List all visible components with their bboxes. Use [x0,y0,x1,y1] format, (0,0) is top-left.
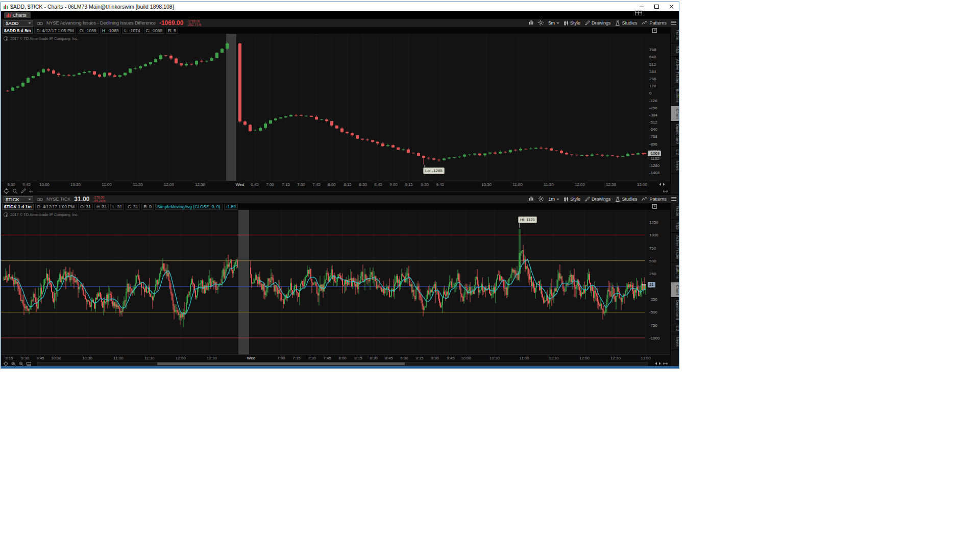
gadget-tab-active-trader[interactable]: Active Trader [671,233,679,263]
maximize-chart-icon[interactable] [652,28,657,33]
gadget-tab-trade[interactable]: Trade [671,27,679,43]
tab-charts[interactable]: Charts [4,12,31,18]
time-axis-label: 11:00 [113,356,123,360]
svg-text:250: 250 [649,272,656,276]
chevron-down-icon [28,199,31,200]
study-label[interactable]: SimpleMovingAvg (CLOSE, 9, 0) [155,204,223,210]
copyright-notice: 2017 © TD Ameritrade IP Company, Inc. [4,36,79,41]
chart-grid-icon[interactable] [528,196,533,202]
crosshair-icon[interactable] [4,361,8,366]
pencil-icon[interactable] [21,188,26,193]
chart-bottom-toolbar [1,187,670,195]
time-axis-label: 13:00 [637,182,647,187]
minimize-icon [640,7,644,7]
gadget-tab-trade[interactable]: Trade [671,203,679,220]
time-axis-label: 7:45 [312,182,321,187]
gadget-tab-l-2[interactable]: L 2 [671,323,679,334]
symbol-description: NYSE TICK [46,197,70,202]
crosshair-icon[interactable] [4,188,9,194]
timeframe-button[interactable]: 1m [548,197,559,202]
gadget-tab-t-s[interactable]: T&S [671,43,679,57]
maximize-chart-icon[interactable] [652,204,657,209]
symbol-input[interactable]: $ADD [4,20,33,27]
drawings-button[interactable]: Drawings [585,20,611,26]
scroll-right-button[interactable] [659,362,661,365]
gadget-tab-dashboard[interactable]: Dashboard [671,122,679,147]
zoom-in-icon[interactable] [11,361,16,366]
scrollbar-thumb[interactable] [157,362,405,365]
studies-button[interactable]: Studies [615,20,637,26]
symbol-input[interactable]: $TICK [4,196,33,203]
svg-text:-896: -896 [649,142,658,147]
time-axis-label: 9:30 [431,356,439,360]
link-icon[interactable] [37,195,43,204]
timeframe-value: 5m [548,20,555,26]
gadget-tab-dashboard[interactable]: Dashboard [671,298,679,323]
style-button[interactable]: Style [564,20,580,26]
gadget-tab-buttons[interactable]: Buttons [671,86,679,106]
svg-text:-750: -750 [649,323,658,328]
gadget-sidebar: TradeT&SActive TraderButtonsChartDashboa… [670,203,679,366]
gadget-tab-l-2[interactable]: L 2 [671,147,679,158]
price-chart[interactable]: 7686405123842561280-128-256-384-512-640-… [1,34,670,181]
gear-icon[interactable] [538,196,544,203]
pan-horizontal-icon[interactable] [663,189,668,193]
style-button[interactable]: Style [564,197,580,202]
gear-icon[interactable] [538,20,544,27]
chart-grid-icon[interactable] [528,20,533,26]
gadget-tab-t-s[interactable]: T&S [671,220,679,233]
scroll-left-button[interactable] [655,362,657,365]
chart-icon [7,13,11,17]
ohlc-close: C: -1069 [144,28,165,34]
price-change: -179.00 -85.24% [93,196,105,203]
time-axis-label: 12:30 [606,182,616,187]
patterns-button[interactable]: Patterns [642,197,667,202]
time-axis-label: 9:30 [421,182,429,187]
svg-text:750: 750 [649,246,656,251]
info-icon [4,212,8,217]
ohlc-datetime: D: 4/12/17 1:09 PM [35,204,77,210]
gadget-tab-buttons[interactable]: Buttons [671,262,679,282]
time-axis-label: Wed [247,356,255,360]
chart-panel-add: $ADD NYSE Advancing Issues - Declining I… [1,18,679,195]
pan-horizontal-icon[interactable] [663,362,668,366]
time-axis-label: 8:45 [374,182,382,187]
layout-grid-icon[interactable] [635,8,642,17]
panel-menu-icon[interactable] [671,20,676,26]
add-drawing-icon[interactable] [29,189,33,193]
panel-menu-icon[interactable] [671,197,676,202]
scroll-right-button[interactable] [663,183,665,186]
time-axis-label: 9:45 [436,182,444,187]
svg-text:768: 768 [649,47,656,52]
horizontal-scrollbar[interactable] [37,362,648,366]
gadget-tab-news[interactable]: News [671,334,679,350]
drawings-button[interactable]: Drawings [585,197,611,202]
ohlc-range: R: 0 [141,204,154,210]
link-icon[interactable] [37,18,43,28]
time-axis-label: 7:00 [266,182,274,187]
app-icon [4,4,8,9]
high-marker: Hi: 1121 [518,216,537,223]
gadget-tab-chart[interactable]: Chart [671,106,679,122]
reset-zoom-icon[interactable] [27,361,31,366]
ohlc-low: L: 31 [110,204,124,210]
time-axis-label: 9:45 [36,356,44,360]
maximize-button[interactable] [649,2,664,11]
timeframe-button[interactable]: 5m [548,20,559,26]
time-axis-label: 9:00 [389,182,398,187]
zoom-out-icon[interactable] [19,361,23,366]
studies-button[interactable]: Studies [615,197,637,202]
chart-bottom-toolbar [1,361,670,366]
gadget-tab-news[interactable]: News [671,158,679,174]
chart-panel-tick: $TICK NYSE TICK 31.00 -179.00 -85.24% [1,195,679,366]
time-axis-label: 8:00 [328,182,336,187]
patterns-button[interactable]: Patterns [642,20,667,26]
price-chart[interactable]: 125010007505002500-250-500-750-1000 2017… [1,210,670,354]
zoom-icon[interactable] [12,188,18,194]
panel-divider[interactable] [37,191,648,191]
scroll-left-button[interactable] [659,183,661,186]
gadget-tab-active-trader[interactable]: Active Trader [671,57,679,87]
gadget-tab-chart[interactable]: Chart [671,282,679,298]
chart-toolbar: $ADD NYSE Advancing Issues - Declining I… [1,18,679,27]
close-button[interactable] [664,2,679,11]
